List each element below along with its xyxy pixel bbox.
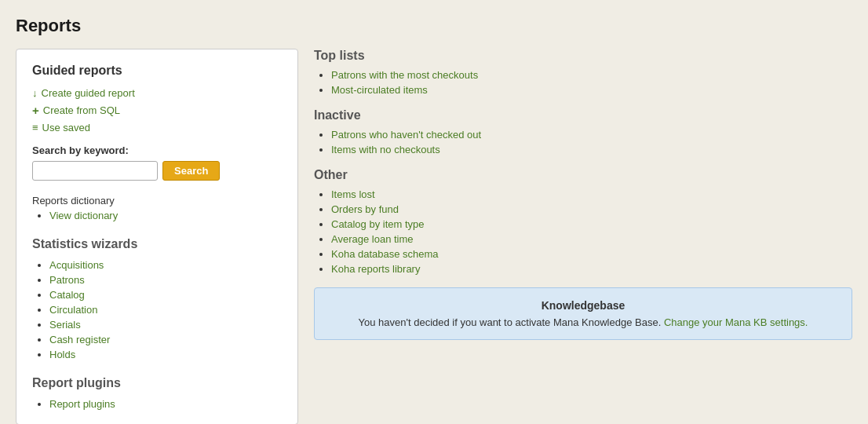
stats-list-item: Acquisitions	[49, 259, 282, 271]
view-dictionary-link[interactable]: View dictionary	[49, 210, 118, 221]
use-saved-link[interactable]: ≡ Use saved	[32, 122, 282, 133]
list-item: Patrons who haven't checked out	[331, 129, 852, 141]
page-title: Reports	[16, 16, 852, 36]
stats-section: Statistics wizards AcquisitionsPatronsCa…	[32, 237, 282, 360]
stats-item-link[interactable]: Acquisitions	[49, 259, 104, 271]
other-list-link[interactable]: Koha reports library	[331, 263, 420, 275]
list-item: Orders by fund	[331, 203, 852, 215]
inactive-list: Patrons who haven't checked outItems wit…	[314, 129, 852, 155]
kb-settings-link[interactable]: Change your Mana KB settings.	[664, 316, 808, 328]
stats-heading: Statistics wizards	[32, 237, 282, 251]
top-lists-heading: Top lists	[314, 49, 852, 63]
kb-title: Knowledgebase	[327, 299, 839, 312]
left-panel: Guided reports ↓ Create guided report + …	[16, 49, 298, 424]
plugins-section: Report plugins Report plugins	[32, 376, 282, 410]
search-section: Search by keyword: Search	[32, 144, 282, 181]
other-heading: Other	[314, 168, 852, 182]
plugins-item-link[interactable]: Report plugins	[49, 398, 115, 410]
create-from-sql-link[interactable]: + Create from SQL	[32, 104, 282, 117]
inactive-list-link[interactable]: Items with no checkouts	[331, 144, 440, 155]
create-guided-report-link[interactable]: ↓ Create guided report	[32, 87, 282, 99]
list-item: Koha reports library	[331, 263, 852, 275]
stats-list-item: Circulation	[49, 304, 282, 316]
inactive-section: Inactive Patrons who haven't checked out…	[314, 108, 852, 155]
guided-reports-heading: Guided reports	[32, 64, 282, 78]
list-item: Items lost	[331, 188, 852, 200]
stats-list-item: Patrons	[49, 274, 282, 286]
knowledgebase-box: Knowledgebase You haven't decided if you…	[314, 287, 852, 340]
list-item: Items with no checkouts	[331, 144, 852, 155]
other-list-link[interactable]: Catalog by item type	[331, 218, 425, 230]
stats-item-link[interactable]: Circulation	[49, 304, 97, 316]
list-item: Catalog by item type	[331, 218, 852, 230]
stats-item-link[interactable]: Holds	[49, 349, 75, 360]
search-keyword-label: Search by keyword:	[32, 144, 282, 156]
top-list-link[interactable]: Most-circulated items	[331, 84, 428, 96]
list-item: Most-circulated items	[331, 84, 852, 96]
list-item: Average loan time	[331, 233, 852, 245]
other-list-link[interactable]: Koha database schema	[331, 248, 439, 260]
search-row: Search	[32, 161, 282, 181]
list-icon: ≡	[32, 122, 38, 133]
list-item: Koha database schema	[331, 248, 852, 260]
stats-list: AcquisitionsPatronsCatalogCirculationSer…	[32, 259, 282, 360]
top-list-link[interactable]: Patrons with the most checkouts	[331, 69, 478, 81]
inactive-list-link[interactable]: Patrons who haven't checked out	[331, 129, 481, 141]
stats-list-item: Holds	[49, 349, 282, 360]
search-button[interactable]: Search	[162, 161, 220, 181]
top-lists-section: Top lists Patrons with the most checkout…	[314, 49, 852, 96]
stats-list-item: Catalog	[49, 289, 282, 301]
other-list-link[interactable]: Average loan time	[331, 233, 414, 245]
arrow-icon: ↓	[32, 87, 38, 99]
stats-list-item: Cash register	[49, 334, 282, 345]
other-section: Other Items lostOrders by fundCatalog by…	[314, 168, 852, 275]
stats-list-item: Serials	[49, 319, 282, 331]
other-list: Items lostOrders by fundCatalog by item …	[314, 188, 852, 275]
stats-item-link[interactable]: Cash register	[49, 334, 110, 345]
other-list-link[interactable]: Items lost	[331, 188, 375, 200]
stats-item-link[interactable]: Catalog	[49, 289, 85, 301]
list-item: Patrons with the most checkouts	[331, 69, 852, 81]
inactive-heading: Inactive	[314, 108, 852, 122]
kb-text: You haven't decided if you want to activ…	[327, 316, 839, 328]
stats-item-link[interactable]: Serials	[49, 319, 81, 331]
plugins-list-item: Report plugins	[49, 398, 282, 410]
plugins-list: Report plugins	[32, 398, 282, 410]
stats-item-link[interactable]: Patrons	[49, 274, 85, 286]
search-input[interactable]	[32, 161, 158, 181]
dict-heading: Reports dictionary	[32, 195, 282, 207]
view-dictionary-item: View dictionary	[49, 210, 282, 221]
right-panel: Top lists Patrons with the most checkout…	[314, 49, 852, 340]
top-lists-list: Patrons with the most checkoutsMost-circ…	[314, 69, 852, 96]
dict-section: Reports dictionary View dictionary	[32, 195, 282, 221]
plus-icon: +	[32, 104, 39, 117]
other-list-link[interactable]: Orders by fund	[331, 203, 399, 215]
plugins-heading: Report plugins	[32, 376, 282, 390]
main-layout: Guided reports ↓ Create guided report + …	[16, 49, 852, 424]
